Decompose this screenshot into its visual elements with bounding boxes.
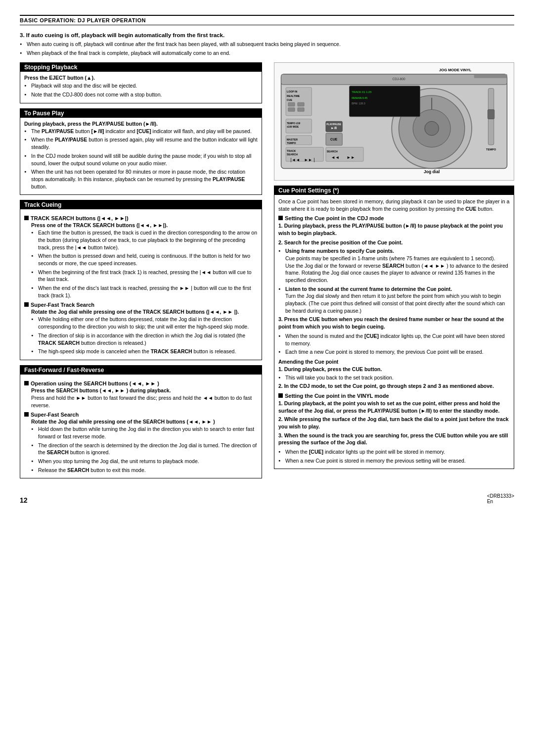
stopping-playback-section: Stopping Playback Press the EJECT button…	[20, 62, 262, 103]
track-search-bullet-2: When the button is pressed down and held…	[31, 252, 258, 267]
track-search-fwd-btn: ►► |	[304, 158, 315, 163]
press-search-title: Press the SEARCH buttons (◄◄, ►► ) durin…	[31, 387, 258, 393]
vinyl-bullet1: When the [CUE] indicator lights up the p…	[278, 448, 510, 456]
sfs-sq-icon	[24, 412, 29, 417]
header-bar: BASIC OPERATION: DJ PLAYER OPERATION	[20, 15, 514, 25]
stopping-bullet-2: Note that the CDJ-800 does not come with…	[24, 91, 258, 98]
vinyl-bullet2: When a new Cue point is stored in memory…	[278, 457, 510, 465]
amend-heading: Amending the Cue point	[278, 359, 510, 365]
svg-rect-6	[288, 108, 295, 112]
ff-bullet-1: Hold down the button while turning the J…	[31, 425, 258, 440]
stopping-bullet-list: Playback will stop and the disc will be …	[24, 82, 258, 98]
track-search-bullet-3: When the beginning of the first track (t…	[31, 269, 258, 283]
tempo-right-label: TEMPO	[486, 148, 496, 151]
amend1-bullet: This will take you back to the set track…	[278, 374, 510, 381]
play-pause-device-btn: PLAY/PAUSE	[326, 123, 341, 126]
track-search-back-btn: |◄◄	[291, 158, 300, 163]
vinyl-mode-label: Setting the Cue point in the VINYL mode	[285, 393, 389, 399]
intro-bullet-list: When auto cueing is off, playback will c…	[20, 41, 514, 56]
cue-intro: Once a Cue point has been stored in memo…	[278, 198, 510, 212]
fast-forward-title: Fast-Forward / Fast-Reverse	[20, 366, 262, 375]
track-search-bullet-1: Each time the button is pressed, the tra…	[31, 229, 258, 251]
track-search-bullet-4: When the end of the disc's last track is…	[31, 284, 258, 299]
svg-text:BPM: 128.0: BPM: 128.0	[352, 102, 365, 105]
svg-text:TEMPO: TEMPO	[287, 142, 296, 144]
pause-bullet-4: When the unit has not been operated for …	[24, 168, 258, 190]
vinyl-bullets: When the [CUE] indicator lights up the p…	[278, 448, 510, 464]
sf-bullet-2: The direction of skip is in accordance w…	[31, 332, 258, 346]
cue-point-settings-section: Cue Point Settings (*) Once a Cue point …	[274, 186, 514, 470]
sf-bullet-3: The high-speed skip mode is canceled whe…	[31, 348, 258, 355]
svg-rect-2	[474, 74, 507, 78]
search-device-label: SEARCH	[327, 150, 338, 153]
press-search-desc: Press and hold the ►► button to fast for…	[31, 394, 258, 409]
sfs-label: Super-Fast Search	[31, 412, 79, 418]
op-sq-icon	[24, 381, 29, 385]
vinyl-mode-heading: Setting the Cue point in the VINYL mode	[278, 393, 510, 399]
en-label: En	[487, 499, 514, 504]
svg-rect-7	[298, 108, 304, 112]
track-cueing-title: Track Cueing	[20, 200, 262, 209]
page-number: 12	[20, 496, 28, 504]
pause-bullet-3: In the CDJ mode broken sound will still …	[24, 152, 258, 167]
op-search-indent: Press the SEARCH buttons (◄◄, ►► ) durin…	[24, 387, 258, 409]
two-col-layout: Stopping Playback Press the EJECT button…	[20, 62, 514, 483]
rotate-jog-title: Rotate the Jog dial while pressing one o…	[31, 419, 258, 425]
page-footer: 12 <DRB1333> En	[20, 493, 514, 504]
sfs-bullets: Hold down the button while turning the J…	[31, 425, 258, 473]
ff-bullet-3: When you stop turning the Jog dial, the …	[31, 458, 258, 465]
loop-in-label: LOOP IN	[287, 91, 298, 94]
cdj-step2-bullets: Using frame numbers to specify Cue point…	[278, 247, 510, 314]
super-fast-sq-icon	[24, 302, 29, 307]
frame-numbers-bullet: Using frame numbers to specify Cue point…	[278, 247, 510, 284]
pause-bullet-list: The PLAY/PAUSE button [►/II] indicator a…	[24, 128, 258, 190]
jog-dial-hub	[425, 122, 439, 136]
search-back-btn: ◄◄	[331, 155, 340, 160]
to-pause-play-section: To Pause Play During playback, press the…	[20, 108, 262, 195]
drb-code: <DRB1333>	[487, 493, 514, 499]
tempo-slider-handle	[488, 110, 494, 119]
pause-bullet-1: The PLAY/PAUSE button [►/II] indicator a…	[24, 128, 258, 135]
press-eject-title: Press the EJECT button (▲).	[24, 75, 258, 81]
intro-section: 3. If auto cueing is off, playback will …	[20, 32, 514, 56]
jog-mode-label: JOG MODE VINYL	[439, 68, 472, 73]
display-text: TRACK 01 1:23	[352, 91, 371, 94]
super-fast-search-heading: Super-Fast Search	[24, 412, 258, 418]
stopping-playback-content: Press the EJECT button (▲). Playback wil…	[20, 72, 262, 102]
cdj-step1: 1. During playback, press the PLAY/PAUSE…	[278, 222, 510, 236]
ff-bullet-2: The direction of the search is determine…	[31, 442, 258, 456]
intro-bullet-2: When playback of the final track is comp…	[20, 49, 514, 57]
model-label: CDJ-800	[392, 78, 405, 81]
page: BASIC OPERATION: DJ PLAYER OPERATION 3. …	[0, 0, 534, 756]
super-fast-track-heading: Super-Fast Track Search	[24, 302, 258, 308]
op-search-heading: Operation using the SEARCH buttons (◄◄, …	[24, 380, 258, 386]
sf-bullet-1: While holding either one of the buttons …	[31, 316, 258, 330]
right-column: JOG MODE VINYL CDJ-800 Pioneer LOOP IN R…	[274, 62, 514, 483]
to-pause-play-title: To Pause Play	[20, 109, 262, 118]
dj-device-svg: JOG MODE VINYL CDJ-800 Pioneer LOOP IN R…	[276, 65, 512, 178]
intro-bullet-1: When auto cueing is off, playback will c…	[20, 41, 514, 48]
vinyl-step1: 1. During playback, at the point you wis…	[278, 400, 510, 414]
cue-device-btn: CUE	[330, 138, 338, 142]
search-fwd-btn: ►►	[347, 155, 355, 160]
cue-point-settings-content: Once a Cue point has been stored in memo…	[274, 195, 514, 469]
intro-point3-title: 3. If auto cueing is off, playback will …	[20, 32, 514, 38]
track-search-device-label: TRACK	[287, 149, 296, 152]
header-title: BASIC OPERATION: DJ PLAYER OPERATION	[20, 17, 146, 23]
cdj-step3-bullets: When the sound is muted and the [CUE] in…	[278, 332, 510, 356]
track-search-label: TRACK SEARCH buttons (|◄◄, ►►|)	[31, 215, 129, 221]
vinyl-mode-sq-icon	[278, 393, 283, 398]
track-search-indent: Press one of the TRACK SEARCH buttons (|…	[24, 222, 258, 299]
dj-device-container: JOG MODE VINYL CDJ-800 Pioneer LOOP IN R…	[274, 62, 514, 180]
svg-rect-5	[298, 103, 304, 107]
press-one-title: Press one of the TRACK SEARCH buttons (|…	[31, 222, 258, 228]
fast-forward-section: Fast-Forward / Fast-Reverse Operation us…	[20, 365, 262, 479]
track-search-bullets: Each time the button is pressed, the tra…	[31, 229, 258, 299]
amend1-bullets: This will take you back to the set track…	[278, 374, 510, 381]
svg-rect-4	[288, 103, 295, 107]
stopping-playback-title: Stopping Playback	[20, 63, 262, 72]
to-pause-play-content: During playback, press the PLAY/PAUSE bu…	[20, 118, 262, 195]
super-fast-rotate: Rotate the Jog dial while pressing one o…	[31, 309, 258, 315]
left-column: Stopping Playback Press the EJECT button…	[20, 62, 262, 483]
cdj-step3: 3. Press the CUE button when you reach t…	[278, 316, 510, 330]
